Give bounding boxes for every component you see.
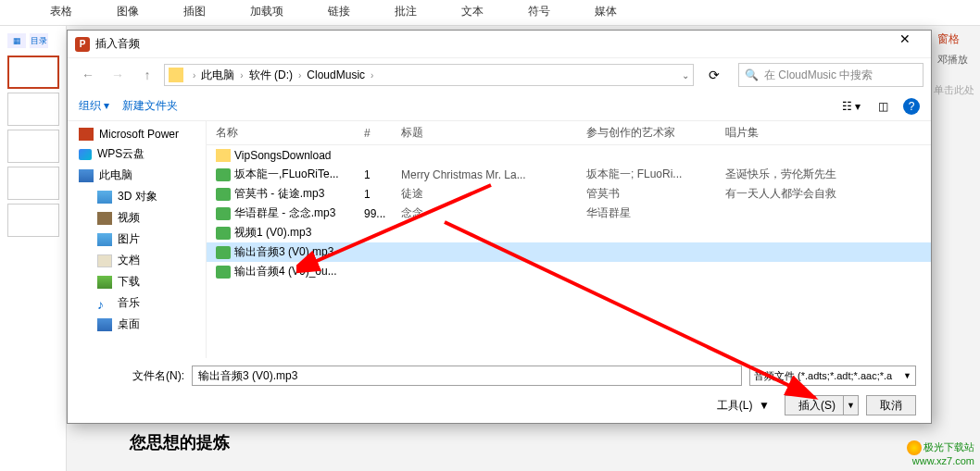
- new-folder-button[interactable]: 新建文件夹: [122, 98, 178, 114]
- file-header: 名称 # 标题 参与创作的艺术家 唱片集: [207, 121, 931, 145]
- tree-icon: ♪: [97, 297, 112, 310]
- tree-item[interactable]: Microsoft Power: [68, 125, 206, 143]
- breadcrumb-item[interactable]: 此电脑: [201, 68, 234, 83]
- tree-item[interactable]: 桌面: [68, 314, 206, 335]
- file-row[interactable]: VipSongsDownload: [207, 145, 931, 165]
- search-placeholder: 在 CloudMusic 中搜索: [764, 68, 873, 83]
- ribbon-tab[interactable]: 媒体: [572, 0, 639, 25]
- preview-pane-button[interactable]: ◫: [872, 97, 894, 116]
- slide-thumb-1[interactable]: [7, 56, 59, 89]
- breadcrumb[interactable]: › 此电脑 › 软件 (D:) › CloudMusic › ⌄: [164, 64, 694, 86]
- forward-button[interactable]: →: [105, 64, 131, 86]
- file-name: 视频1 (V0).mp3: [234, 225, 311, 241]
- filename-input[interactable]: [192, 366, 742, 386]
- tree-item[interactable]: 此电脑: [68, 165, 206, 186]
- tree-label: 桌面: [118, 316, 140, 332]
- chevron-down-icon: ▼: [903, 371, 911, 380]
- col-artist[interactable]: 参与创作的艺术家: [586, 121, 725, 144]
- chevron-right-icon: ›: [240, 70, 243, 81]
- file-title: Merry Christmas Mr. La...: [401, 168, 586, 181]
- insert-button[interactable]: 插入(S)▼: [785, 395, 859, 415]
- filetype-dropdown[interactable]: 音频文件 (*.adts;*.adt;*.aac;*.a ▼: [749, 366, 916, 386]
- search-input[interactable]: 🔍 在 CloudMusic 中搜索: [738, 63, 923, 87]
- help-button[interactable]: ?: [903, 98, 920, 115]
- breadcrumb-item[interactable]: CloudMusic: [307, 68, 365, 81]
- view-mode-button[interactable]: ☷ ▾: [840, 97, 862, 116]
- nav-tree: Microsoft PowerWPS云盘此电脑3D 对象视频图片文档下载♪音乐桌…: [68, 121, 207, 358]
- file-row[interactable]: 管莫书 - 徒途.mp31徒途管莫书有一天人人都学会自救: [207, 184, 931, 204]
- file-album: 有一天人人都学会自救: [725, 186, 931, 202]
- ribbon-tab[interactable]: 表格: [28, 0, 94, 25]
- app-icon: P: [75, 37, 90, 52]
- cancel-button[interactable]: 取消: [866, 395, 916, 415]
- ribbon-tab[interactable]: 图像: [94, 0, 161, 25]
- file-name: VipSongsDownload: [234, 149, 332, 162]
- insert-dropdown[interactable]: ▼: [843, 396, 858, 415]
- audio-icon: [216, 227, 231, 240]
- slide-thumb-3[interactable]: [7, 130, 59, 163]
- slide-thumb-2[interactable]: [7, 93, 59, 126]
- file-row[interactable]: 华语群星 - 念念.mp399...念念华语群星: [207, 204, 931, 223]
- ribbon-tab[interactable]: 批注: [372, 0, 439, 25]
- file-row[interactable]: 坂本龍一,FLuoRiTe...1Merry Christmas Mr. La.…: [207, 165, 931, 184]
- col-title[interactable]: 标题: [401, 121, 586, 144]
- up-button[interactable]: ↑: [134, 64, 160, 86]
- col-album[interactable]: 唱片集: [725, 121, 931, 144]
- refresh-button[interactable]: ⟳: [701, 64, 727, 86]
- tree-item[interactable]: ♪音乐: [68, 292, 206, 314]
- slide-thumb-5[interactable]: [7, 204, 59, 237]
- chevron-down-icon[interactable]: ⌄: [682, 70, 689, 81]
- tree-icon: [79, 169, 94, 182]
- play-label: 邓播放: [932, 53, 980, 67]
- folder-icon: [216, 149, 231, 162]
- ribbon-tab[interactable]: 链接: [306, 0, 372, 25]
- outline-toggle[interactable]: ▦ 目录: [4, 30, 62, 52]
- ribbon-tab[interactable]: 插图: [161, 0, 228, 25]
- ribbon-tab[interactable]: 文本: [439, 0, 506, 25]
- ribbon-tab[interactable]: 加载项: [228, 0, 306, 25]
- chevron-right-icon: ›: [193, 70, 195, 81]
- organize-menu[interactable]: 组织 ▾: [79, 98, 109, 114]
- file-name: 坂本龍一,FLuoRiTe...: [234, 167, 339, 182]
- ribbon-tab[interactable]: 符号: [506, 0, 572, 25]
- filename-label: 文件名(N):: [82, 368, 184, 384]
- dialog-footer: 文件名(N): 音频文件 (*.adts;*.adt;*.aac;*.a ▼ 工…: [68, 358, 931, 423]
- file-row[interactable]: 输出音频3 (V0).mp3: [207, 242, 931, 262]
- tree-item[interactable]: WPS云盘: [68, 143, 206, 165]
- tree-label: 文档: [118, 253, 140, 268]
- tree-icon: [79, 149, 92, 160]
- pane-label: 窗格: [932, 26, 980, 53]
- tools-menu[interactable]: 工具(L) ▼: [717, 398, 770, 414]
- file-row[interactable]: 输出音频4 (V0)_ou...: [207, 262, 931, 281]
- slide-heading: 您思想的提炼: [130, 431, 230, 453]
- col-num[interactable]: #: [364, 121, 401, 144]
- tree-item[interactable]: 图片: [68, 229, 206, 250]
- audio-icon: [216, 266, 231, 279]
- audio-icon: [216, 188, 231, 201]
- tree-icon: [97, 212, 112, 225]
- file-artist: 坂本龍一; FLuoRi...: [586, 167, 725, 182]
- tree-item[interactable]: 视频: [68, 207, 206, 229]
- audio-icon: [216, 207, 231, 220]
- file-num: 99...: [364, 207, 401, 220]
- audio-icon: [216, 168, 231, 181]
- file-row[interactable]: 视频1 (V0).mp3: [207, 223, 931, 242]
- col-name[interactable]: 名称: [207, 121, 364, 144]
- tree-label: 下载: [118, 274, 140, 290]
- tree-item[interactable]: 3D 对象: [68, 186, 206, 207]
- breadcrumb-item[interactable]: 软件 (D:): [249, 68, 293, 83]
- thumbnail-view-icon[interactable]: ▦: [7, 33, 26, 48]
- tree-label: 图片: [118, 231, 140, 247]
- tree-item[interactable]: 下载: [68, 271, 206, 292]
- close-button[interactable]: ✕: [886, 31, 923, 57]
- file-album: 圣诞快乐，劳伦斯先生: [725, 167, 931, 182]
- audio-icon: [216, 246, 231, 259]
- tree-icon: [97, 233, 112, 246]
- tree-icon: [79, 128, 94, 141]
- file-title: 徒途: [401, 186, 586, 202]
- dialog-body: Microsoft PowerWPS云盘此电脑3D 对象视频图片文档下载♪音乐桌…: [68, 121, 931, 358]
- outline-view-label[interactable]: 目录: [30, 33, 48, 48]
- slide-thumb-4[interactable]: [7, 167, 59, 200]
- back-button[interactable]: ←: [75, 64, 101, 86]
- tree-item[interactable]: 文档: [68, 250, 206, 271]
